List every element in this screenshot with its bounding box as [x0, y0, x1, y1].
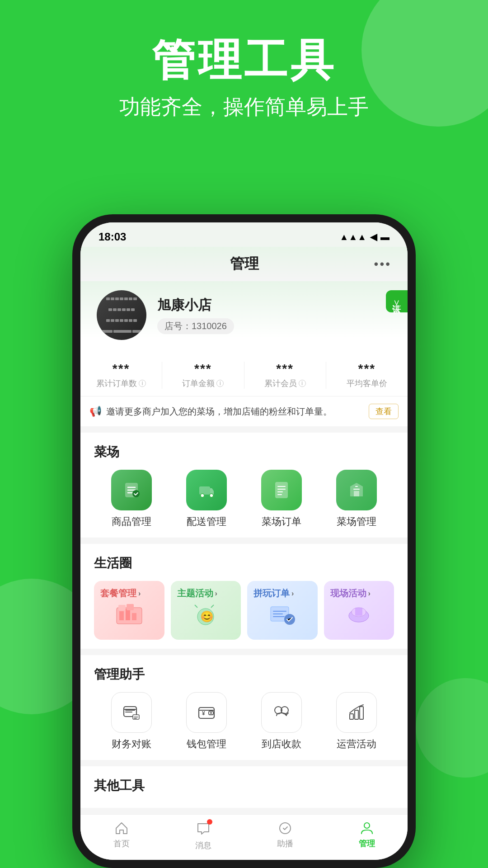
- tab-assist-label: 助播: [277, 838, 293, 849]
- phone-screen: 18:03 ▲▲▲ ◀ ▬ 管理 •••: [80, 222, 408, 860]
- main-title: 管理工具: [0, 36, 488, 84]
- wifi-icon: ◀: [370, 231, 377, 242]
- stat-members-value: ***: [244, 362, 326, 376]
- svg-rect-6: [354, 491, 359, 496]
- other-section: 其他工具: [80, 766, 408, 808]
- info-icon-3: i: [299, 380, 306, 387]
- tab-item-assist[interactable]: 助播: [244, 821, 326, 851]
- mgmt-section-title: 管理助手: [94, 666, 394, 683]
- svg-rect-12: [127, 604, 134, 610]
- notice-text: 邀请更多商户加入您的菜场，增加店铺的粉丝和订单量。: [106, 406, 364, 418]
- nav-title: 管理: [115, 254, 374, 274]
- tab-item-manage[interactable]: 管理: [326, 821, 408, 851]
- info-icon-2: i: [216, 380, 224, 387]
- phone-frame: 18:03 ▲▲▲ ◀ ▬ 管理 •••: [72, 214, 416, 868]
- life-grid: 套餐管理 ›: [94, 581, 394, 640]
- profile-section: 旭康小店 店号：1310026 去认证 >: [80, 281, 408, 353]
- market-order-label: 菜场订单: [262, 515, 301, 528]
- market-management-icon: [336, 470, 377, 510]
- delivery-management-label: 配送管理: [187, 515, 226, 528]
- life-section-title: 生活圈: [94, 555, 394, 572]
- status-icons: ▲▲▲ ◀ ▬: [340, 231, 389, 242]
- svg-rect-5: [275, 482, 288, 498]
- tab-bar: 首页 消息 助播: [80, 814, 408, 860]
- nav-more-button[interactable]: •••: [374, 257, 391, 271]
- tab-messages-label: 消息: [195, 840, 211, 851]
- svg-point-4: [210, 494, 213, 497]
- status-bar: 18:03 ▲▲▲ ◀ ▬: [80, 222, 408, 247]
- tab-badge-messages: [196, 821, 211, 837]
- mgmt-item-operations[interactable]: 运营活动: [319, 692, 394, 751]
- svg-rect-11: [118, 605, 126, 610]
- market-management-label: 菜场管理: [337, 515, 376, 528]
- market-item-order[interactable]: 菜场订单: [244, 470, 319, 528]
- stat-avg-label: 平均客单价: [326, 378, 408, 389]
- tab-item-messages[interactable]: 消息: [162, 821, 244, 851]
- svg-rect-10: [132, 613, 136, 620]
- svg-point-3: [201, 494, 204, 497]
- manage-icon: [360, 821, 374, 835]
- mgmt-item-wallet[interactable]: ¥ 钱包管理: [169, 692, 244, 751]
- stat-item-amount: *** 订单金额 i: [162, 362, 244, 389]
- signal-icon: ▲▲▲: [340, 232, 366, 242]
- operations-icon: [336, 692, 377, 733]
- market-section: 菜场 商品管理: [80, 433, 408, 538]
- avatar: [97, 290, 146, 340]
- notice-banner: 📢 邀请更多商户加入您的菜场，增加店铺的粉丝和订单量。 查看: [80, 396, 408, 426]
- message-badge-dot: [207, 819, 212, 825]
- life-card-theme[interactable]: 主题活动 › 😊: [171, 581, 241, 640]
- svg-rect-2: [199, 486, 210, 495]
- stat-item-orders: *** 累计订单数 i: [80, 362, 162, 389]
- market-item-manage[interactable]: 菜场管理: [319, 470, 394, 528]
- notice-view-button[interactable]: 查看: [369, 404, 399, 419]
- shop-name: 旭康小店: [157, 296, 391, 315]
- payment-label: 到店收款: [262, 737, 301, 751]
- stat-item-avg: *** 平均客单价: [326, 362, 408, 389]
- stat-item-members: *** 累计会员 i: [244, 362, 326, 389]
- battery-icon: ▬: [380, 232, 389, 242]
- bg-blob-bottom-right: [416, 678, 488, 778]
- auth-button[interactable]: 去认证 >: [386, 290, 408, 312]
- tab-manage-label: 管理: [359, 838, 375, 849]
- payment-icon: [261, 692, 302, 733]
- svg-rect-28: [350, 714, 353, 719]
- svg-rect-8: [119, 611, 124, 620]
- home-icon: [114, 821, 129, 835]
- chevron-right-icon-2: ›: [215, 590, 217, 598]
- stat-amount-label: 订单金额 i: [162, 378, 244, 389]
- market-item-goods[interactable]: 商品管理: [94, 470, 169, 528]
- info-icon: i: [139, 380, 146, 387]
- svg-rect-19: [355, 608, 362, 616]
- life-card-onsite[interactable]: 现场活动 ›: [324, 581, 394, 640]
- svg-text:¥: ¥: [202, 710, 205, 717]
- nav-bar: 管理 •••: [80, 247, 408, 281]
- svg-point-31: [280, 823, 291, 834]
- stat-amount-value: ***: [162, 362, 244, 376]
- life-card-package[interactable]: 套餐管理 ›: [94, 581, 164, 640]
- mgmt-section: 管理助手 财务对账: [80, 655, 408, 760]
- life-card-group[interactable]: 拼玩订单 ›: [247, 581, 318, 640]
- life-card-onsite-label: 现场活动 ›: [330, 587, 388, 599]
- wallet-icon: ¥: [186, 692, 227, 733]
- shop-id: 店号：1310026: [157, 318, 234, 334]
- life-section: 生活圈 套餐管理 ›: [80, 544, 408, 649]
- mgmt-icon-grid: 财务对账 ¥ 钱包管理: [94, 692, 394, 751]
- mgmt-item-finance[interactable]: 财务对账: [94, 692, 169, 751]
- mgmt-item-payment[interactable]: 到店收款: [244, 692, 319, 751]
- tab-item-home[interactable]: 首页: [80, 821, 162, 851]
- goods-management-icon: [111, 470, 152, 510]
- life-card-package-label: 套餐管理 ›: [100, 587, 158, 599]
- operations-label: 运营活动: [337, 737, 376, 751]
- assist-icon: [278, 821, 292, 835]
- life-card-theme-label: 主题活动 ›: [177, 587, 235, 599]
- status-time: 18:03: [99, 231, 126, 243]
- finance-label: 财务对账: [112, 737, 151, 751]
- market-icon-grid: 商品管理 配送管理: [94, 470, 394, 528]
- chevron-right-icon-4: ›: [368, 590, 371, 598]
- stat-orders-label: 累计订单数 i: [80, 378, 162, 389]
- svg-text:😊: 😊: [200, 610, 214, 623]
- svg-point-24: [210, 712, 212, 714]
- market-item-delivery[interactable]: 配送管理: [169, 470, 244, 528]
- stat-members-label: 累计会员 i: [244, 378, 326, 389]
- svg-point-32: [364, 823, 370, 828]
